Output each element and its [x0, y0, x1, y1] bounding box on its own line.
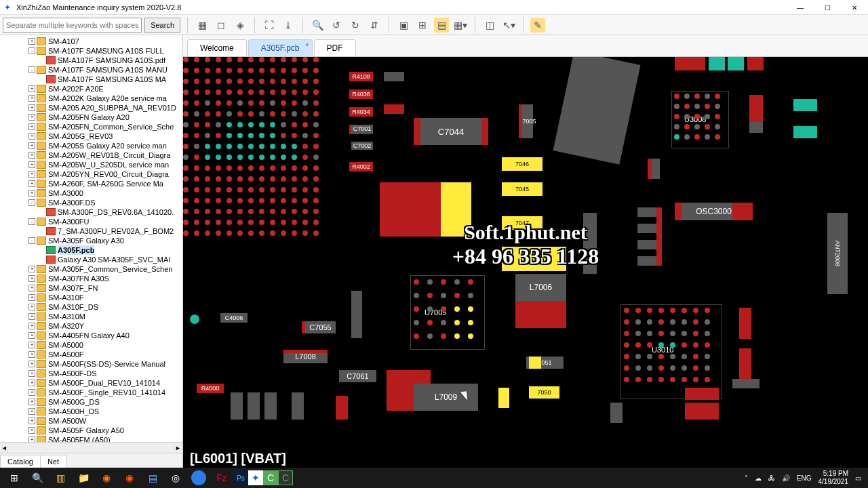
pcb-component[interactable]: [728, 57, 744, 70]
color-tool-icon[interactable]: ▣: [396, 18, 411, 33]
tree-item[interactable]: +SM-A310M: [0, 312, 182, 321]
pcb-component[interactable]: [732, 379, 760, 388]
pcb-highlight[interactable]: [502, 247, 566, 271]
app-icon-2[interactable]: ✦: [248, 470, 263, 485]
maximize-button[interactable]: ☐: [814, 0, 841, 15]
tray-clock[interactable]: 5:19 PM 4/19/2021: [818, 470, 849, 486]
pcb-component[interactable]: [336, 396, 348, 420]
tree-item[interactable]: +SM-A500W: [0, 416, 182, 426]
pcb-component[interactable]: [637, 224, 658, 233]
tree-item[interactable]: +SM-A107: [0, 37, 182, 46]
tree-item[interactable]: +SM-A320Y: [0, 321, 182, 331]
tree-item[interactable]: +SM-A500G_DS: [0, 397, 182, 407]
tree-item[interactable]: +SM-A205YN_REV00_Circuit_Diagra: [0, 169, 182, 179]
pcb-component[interactable]: L7005: [522, 104, 533, 138]
pcb-component[interactable]: [793, 126, 817, 138]
pcb-component[interactable]: [793, 99, 817, 111]
tray-volume-icon[interactable]: 🔊: [782, 474, 790, 482]
taskbar[interactable]: ⊞ 🔍 ▥ 📁 ◉ ◉ ▤ ◎ Fz Ps ✦ C C ˄ ☁ 🖧 🔊 ENG …: [0, 468, 868, 488]
pcb-component[interactable]: [384, 104, 404, 114]
pcb-component[interactable]: [637, 207, 658, 217]
tree-item[interactable]: Galaxy A30 SM-A305F_SVC_MAI: [0, 255, 182, 264]
pointer-tool-icon[interactable]: ↖▾: [501, 18, 516, 33]
pcb-component[interactable]: R4002: [349, 162, 373, 171]
tree-item[interactable]: +SM-A205 A20_SUBPBA_NA_REV01D: [0, 103, 182, 113]
app-icon-1[interactable]: ▤: [141, 468, 164, 487]
pcb-component[interactable]: R4036: [349, 89, 373, 99]
tree-scrollbar[interactable]: ◄►: [0, 442, 182, 453]
tree-item[interactable]: +SM-A310F: [0, 293, 182, 302]
highlight-tool-icon[interactable]: ▤: [434, 18, 449, 33]
zalo-icon[interactable]: [191, 470, 206, 485]
close-button[interactable]: ✕: [841, 0, 868, 15]
zoom-tool-icon[interactable]: 🔍: [310, 18, 325, 33]
pcb-component[interactable]: [685, 403, 719, 420]
pcb-component[interactable]: [709, 57, 725, 70]
pcb-component[interactable]: [292, 392, 304, 420]
tree-item[interactable]: +SM-A5000: [0, 340, 182, 350]
tree-item[interactable]: +SM-A202F A20E: [0, 84, 182, 94]
pcb-component[interactable]: [610, 403, 623, 423]
tree-item[interactable]: +SM-A305F_Common_Service_Schen: [0, 264, 182, 274]
pcb-component[interactable]: [739, 348, 751, 380]
pcb-component[interactable]: C7044: [414, 118, 488, 145]
search-input[interactable]: [3, 18, 142, 33]
tray-notification-icon[interactable]: ▭: [855, 474, 861, 482]
pcb-component[interactable]: ANT2008: [827, 213, 848, 294]
pcb-component[interactable]: C7002: [351, 142, 373, 150]
flip-tool-icon[interactable]: ⇵: [367, 18, 382, 33]
start-button[interactable]: ⊞: [3, 468, 26, 487]
catalog-tree[interactable]: +SM-A107-SM-A107F SAMSUNG A10S FULLSM-A1…: [0, 35, 182, 442]
tray-language[interactable]: ENG: [797, 474, 812, 482]
pcb-component[interactable]: C7055: [305, 321, 336, 333]
tab-pcb-file[interactable]: A305F.pcb×: [248, 39, 313, 56]
tree-item[interactable]: -SM-A107F SAMSUNG A10S MANU: [0, 65, 182, 75]
pcb-component[interactable]: C7001: [351, 125, 373, 133]
explorer-icon[interactable]: ▥: [49, 468, 72, 487]
tree-item[interactable]: +SM-A505FM (A50): [0, 435, 182, 442]
pcb-component[interactable]: [637, 256, 658, 266]
tree-item[interactable]: SM-A107F SAMSUNG A10S.pdf: [0, 56, 182, 65]
pcb-highlight[interactable]: 7045: [502, 182, 542, 196]
filezilla-icon[interactable]: Fz: [210, 468, 233, 487]
pcb-component[interactable]: R4034: [349, 107, 373, 117]
tree-item[interactable]: +SM-A310F_DS: [0, 302, 182, 312]
inspect-tool-icon[interactable]: ◈: [233, 18, 248, 33]
pcb-component[interactable]: [248, 392, 260, 420]
tree-item[interactable]: +SM-A202K Galaxy A20e service ma: [0, 94, 182, 103]
tree-item[interactable]: A305F.pcb: [0, 245, 182, 255]
pcb-highlight[interactable]: [441, 182, 471, 237]
pcb-component[interactable]: [264, 392, 277, 420]
tray-chevron-icon[interactable]: ˄: [745, 474, 748, 482]
pcb-component[interactable]: C4006: [220, 313, 248, 323]
chrome-icon[interactable]: ◎: [164, 468, 187, 487]
tab-close-icon[interactable]: ×: [305, 41, 309, 48]
pcb-highlight[interactable]: 7047: [502, 216, 542, 230]
tree-item[interactable]: SM-A107F SAMSUNG A10S MA: [0, 75, 182, 84]
tree-item[interactable]: +SM-A3000: [0, 188, 182, 198]
note-tool-icon[interactable]: ✎: [530, 18, 545, 33]
tree-item[interactable]: +SM-A500F_Single_REV10_141014: [0, 388, 182, 397]
tree-item[interactable]: -SM-A305F Galaxy A30: [0, 236, 182, 245]
tray-onedrive-icon[interactable]: ☁: [755, 474, 762, 482]
tree-item[interactable]: +SM-A405FN Galaxy A40: [0, 331, 182, 340]
tree-item[interactable]: +SM-A505F Galaxy A50: [0, 426, 182, 435]
grid-tool-icon[interactable]: ⊞: [415, 18, 430, 33]
palette-tool-icon[interactable]: ▦▾: [453, 18, 468, 33]
photoshop-icon[interactable]: Ps: [233, 470, 248, 485]
tree-item[interactable]: +SM-A500F: [0, 350, 182, 359]
tree-item[interactable]: 7_SM-A300FU_REV02A_F_BOM2: [0, 226, 182, 236]
pcb-component[interactable]: L7006: [515, 274, 566, 301]
tree-item[interactable]: +SM-A205FN Galaxy A20: [0, 113, 182, 122]
layer-tool-icon[interactable]: ▦: [195, 18, 210, 33]
tree-item[interactable]: -SM-A107F SAMSUNG A10S FULL: [0, 46, 182, 56]
compare-tool-icon[interactable]: ◫: [482, 18, 497, 33]
pcb-component[interactable]: [351, 291, 362, 338]
pcb-component[interactable]: [553, 57, 640, 165]
tree-item[interactable]: -SM-A300F.DS: [0, 198, 182, 207]
pcb-component[interactable]: [747, 57, 764, 70]
select-tool-icon[interactable]: ◻: [214, 18, 229, 33]
pcb-component[interactable]: C7061: [339, 370, 376, 382]
pcb-component[interactable]: [749, 95, 763, 122]
pcb-component[interactable]: [231, 392, 243, 420]
